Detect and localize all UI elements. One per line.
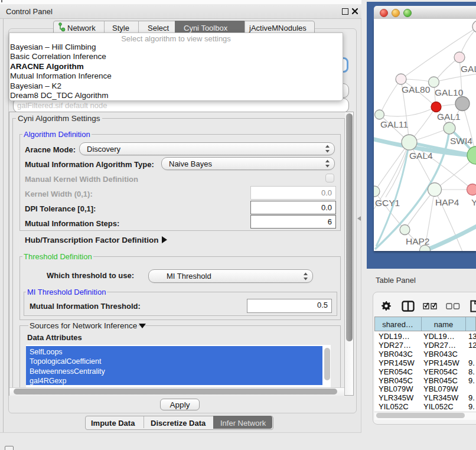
svg-text:GAL: GAL <box>461 64 476 74</box>
svg-text:GAL11: GAL11 <box>380 119 408 129</box>
svg-text:HAP2: HAP2 <box>406 236 430 246</box>
svg-text:HAP4: HAP4 <box>435 197 459 207</box>
svg-text:SWI4: SWI4 <box>450 136 472 146</box>
svg-text:GAL4: GAL4 <box>409 151 433 161</box>
svg-text:GCY1: GCY1 <box>375 198 400 208</box>
svg-text:GAL80: GAL80 <box>402 84 431 94</box>
svg-text:GAL10: GAL10 <box>435 87 464 97</box>
svg-text:YD: YD <box>471 197 476 207</box>
svg-text:GAL1: GAL1 <box>437 112 461 122</box>
